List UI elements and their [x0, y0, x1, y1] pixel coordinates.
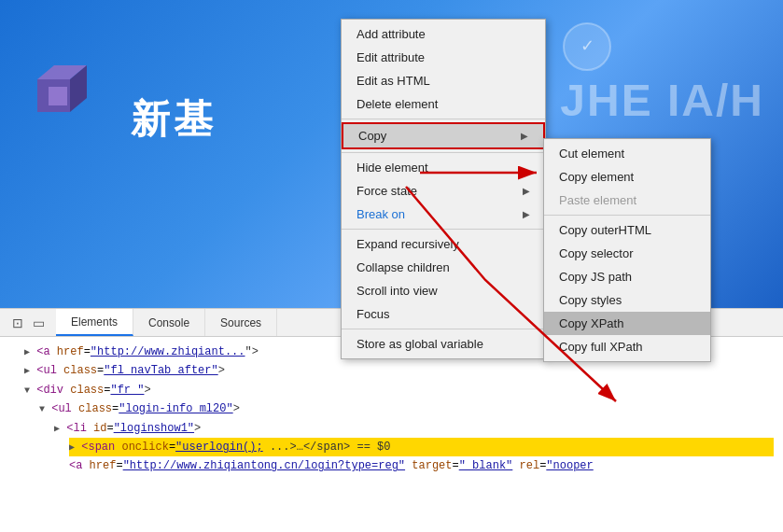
copy-submenu-arrow: ▶ — [521, 131, 528, 141]
html-line-7[interactable]: <a href="http://www.zhiqiantong.cn/login… — [69, 456, 774, 475]
context-menu: Add attribute Edit attribute Edit as HTM… — [341, 19, 546, 359]
website-title: 新基 — [131, 93, 217, 146]
menu-collapse-children[interactable]: Collapse children — [342, 256, 545, 279]
menu-edit-attribute[interactable]: Edit attribute — [342, 46, 545, 69]
device-icon[interactable]: ▭ — [28, 313, 49, 333]
menu-delete-element[interactable]: Delete element — [342, 92, 545, 116]
submenu-copy-outerhtml[interactable]: Copy outerHTML — [544, 218, 710, 242]
devtools-icons: ⊡ ▭ — [0, 309, 56, 336]
menu-store-as-global[interactable]: Store as global variable — [342, 332, 545, 356]
menu-copy[interactable]: Copy ▶ — [342, 122, 545, 149]
menu-sep-4 — [342, 329, 545, 329]
svg-rect-3 — [49, 87, 67, 105]
menu-sep-3 — [342, 229, 545, 230]
submenu-copy-js-path[interactable]: Copy JS path — [544, 265, 710, 288]
submenu-cut-element[interactable]: Cut element — [544, 142, 710, 165]
html-line-selected[interactable]: ▶ <span onclick="userlogin(); ...>…</spa… — [69, 438, 774, 456]
menu-add-attribute[interactable]: Add attribute — [342, 22, 545, 46]
menu-force-state[interactable]: Force state ▶ — [342, 179, 545, 203]
cube-icon — [28, 56, 103, 131]
force-state-arrow: ▶ — [523, 186, 530, 196]
submenu-copy-selector[interactable]: Copy selector — [544, 242, 710, 265]
menu-focus[interactable]: Focus — [342, 302, 545, 326]
menu-scroll-into-view[interactable]: Scroll into view — [342, 279, 545, 302]
submenu-copy-xpath[interactable]: Copy XPath — [544, 312, 710, 335]
tab-sources[interactable]: Sources — [205, 309, 277, 336]
tab-elements[interactable]: Elements — [56, 309, 133, 336]
html-line-5[interactable]: ▶ <li id="loginshow1"> — [54, 419, 774, 438]
tab-console[interactable]: Console — [133, 309, 205, 336]
menu-sep-2 — [342, 152, 545, 153]
submenu-paste-element[interactable]: Paste element — [544, 189, 710, 212]
submenu-copy-styles[interactable]: Copy styles — [544, 288, 710, 312]
menu-expand-recursively[interactable]: Expand recursively — [342, 232, 545, 256]
svg-text:✓: ✓ — [580, 36, 594, 55]
menu-sep-1 — [342, 119, 545, 119]
submenu-copy-element[interactable]: Copy element — [544, 165, 710, 189]
html-line-3[interactable]: ▼ <div class="fr "> — [24, 381, 774, 399]
menu-break-on[interactable]: Break on ▶ — [342, 203, 545, 226]
menu-edit-as-html[interactable]: Edit as HTML — [342, 69, 545, 92]
submenu-copy-full-xpath[interactable]: Copy full XPath — [544, 335, 710, 358]
menu-hide-element[interactable]: Hide element — [342, 156, 545, 179]
circle-decoration: ✓ — [559, 19, 615, 75]
copy-submenu: Cut element Copy element Paste element C… — [543, 138, 711, 362]
break-on-arrow: ▶ — [523, 209, 530, 219]
website-right-decoration: JHE IA/H — [560, 75, 764, 126]
html-line-4[interactable]: ▼ <ul class="login-info ml20"> — [39, 399, 774, 418]
submenu-sep-1 — [544, 215, 710, 216]
html-line-2[interactable]: ▶ <ul class="fl navTab after"> — [24, 361, 774, 380]
inspect-icon[interactable]: ⊡ — [7, 313, 28, 333]
